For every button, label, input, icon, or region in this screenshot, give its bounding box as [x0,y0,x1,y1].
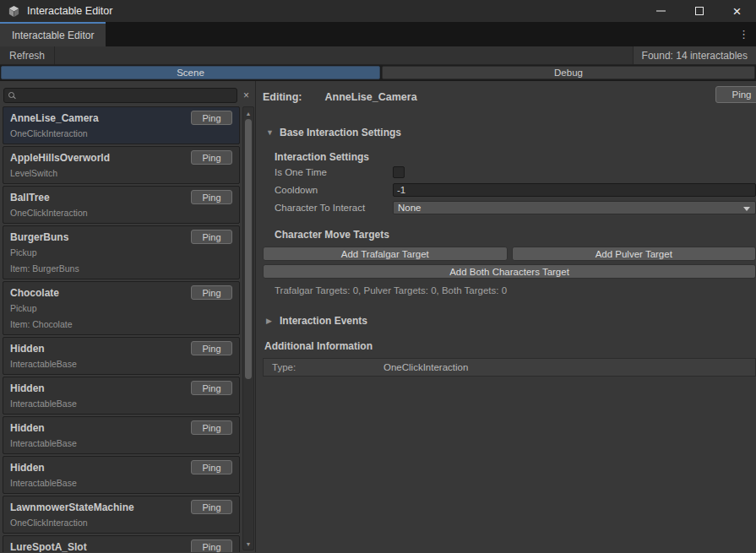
item-name: BurgerBuns [10,230,68,243]
editor-panel: Editing: AnneLise_Camera Ping ▼ Base Int… [255,81,756,552]
ping-button[interactable]: Ping [191,420,232,435]
editor-header: Editing: AnneLise_Camera [263,88,756,106]
item-type: InteractableBase [10,438,232,448]
item-type: OneClickInteraction [10,518,232,528]
scroll-thumb[interactable] [245,119,252,379]
list-item[interactable]: BurgerBuns Ping Pickup Item: BurgerBuns [3,225,240,279]
item-type: LevelSwitch [10,168,232,178]
foldout-interaction-events[interactable]: ▶ Interaction Events [266,315,756,327]
additional-information-header: Additional Information [264,340,756,352]
refresh-button[interactable]: Refresh [0,46,55,64]
list-item[interactable]: Chocolate Ping Pickup Item: Chocolate [3,281,240,335]
ping-button[interactable]: Ping [191,190,232,204]
item-type: InteractableBase [10,359,232,369]
scroll-up-icon[interactable]: ▲ [243,108,253,118]
item-name: AppleHillsOverworld [10,150,110,164]
dock-tab-label: Interactable Editor [12,30,94,41]
search-box [3,88,237,103]
minimize-icon [656,10,666,12]
item-name: Hidden [10,420,45,434]
kebab-menu-icon[interactable]: ⋮ [735,22,753,46]
tab-scene[interactable]: Scene [1,66,380,79]
window-controls: × [642,0,756,22]
list-item[interactable]: AppleHillsOverworld Ping LevelSwitch [3,146,240,184]
toolbar: Refresh Found: 14 interactables [0,46,756,65]
search-bar: × [3,87,253,103]
search-clear-button[interactable]: × [239,88,253,103]
dock-tab-interactable-editor[interactable]: Interactable Editor [0,22,106,46]
item-name: Hidden [10,381,45,394]
ping-button[interactable]: Ping [191,460,232,474]
target-buttons-row: Add Trafalgar Target Add Pulver Target [263,247,756,261]
is-one-time-row: Is One Time [275,164,756,181]
item-name: LawnmowerStateMachine [10,500,134,513]
list-item[interactable]: AnneLise_Camera Ping OneClickInteraction [3,106,240,144]
cooldown-row: Cooldown [275,182,756,198]
character-to-interact-row: Character To Interact None [275,199,756,216]
scroll-down-icon[interactable]: ▼ [243,539,253,549]
item-name: Hidden [10,460,45,474]
chevron-down-icon [743,207,750,211]
interactable-list: AnneLise_Camera Ping OneClickInteraction… [3,106,240,552]
list-item-header: AppleHillsOverworld Ping [10,150,232,165]
close-button[interactable]: × [718,0,756,22]
found-count: Found: 14 interactables [633,46,756,64]
list-item[interactable]: Hidden Ping InteractableBase [3,377,240,415]
interaction-events-header: Interaction Events [280,315,367,327]
cooldown-input[interactable] [393,183,756,197]
ping-button[interactable]: Ping [191,230,232,244]
left-panel: × AnneLise_Camera Ping OneClickInteracti… [0,81,255,552]
foldout-base-interaction-settings[interactable]: ▼ Base Interaction Settings [266,127,756,138]
item-name: AnneLise_Camera [10,111,99,124]
character-to-interact-label: Character To Interact [275,203,393,213]
add-both-characters-target-button[interactable]: Add Both Characters Target [263,264,756,279]
item-type: OneClickInteraction [10,128,232,138]
minimize-button[interactable] [642,0,680,22]
search-input[interactable] [18,89,237,102]
item-name: Chocolate [10,285,59,299]
list-item[interactable]: LureSpotA_Slot Ping [3,535,240,552]
toolbar-spacer [55,46,633,64]
list-item-header: AnneLise_Camera Ping [10,111,232,125]
list-item[interactable]: Hidden Ping InteractableBase [3,456,240,494]
item-type: Pickup [10,303,232,313]
is-one-time-checkbox[interactable] [393,166,405,178]
close-icon: × [733,4,742,19]
ping-button[interactable]: Ping [191,285,232,300]
ping-button[interactable]: Ping [191,111,232,125]
ping-button[interactable]: Ping [191,381,232,395]
list-item-header: LawnmowerStateMachine Ping [10,500,232,514]
item-name: LureSpotA_Slot [10,539,87,552]
item-type: InteractableBase [10,478,232,488]
list-item[interactable]: BallTree Ping OneClickInteraction [3,186,240,224]
list-item-header: BallTree Ping [10,190,232,204]
list-item[interactable]: LawnmowerStateMachine Ping OneClickInter… [3,496,240,534]
character-to-interact-dropdown[interactable]: None [393,201,756,214]
add-trafalgar-target-button[interactable]: Add Trafalgar Target [263,247,508,261]
list-item-header: LureSpotA_Slot Ping [10,539,232,552]
list-item-header: Hidden Ping [10,460,232,474]
interaction-settings-header: Interaction Settings [275,151,756,163]
list-item-header: BurgerBuns Ping [10,230,232,244]
item-detail: Item: BurgerBuns [10,263,232,274]
editor-ping-button[interactable]: Ping [715,86,756,103]
mode-tabs: Scene Debug [0,65,756,81]
add-pulver-target-button[interactable]: Add Pulver Target [512,247,756,261]
tab-debug[interactable]: Debug [382,66,755,79]
list-item[interactable]: Hidden Ping InteractableBase [3,337,240,375]
type-row: Type: OneClickInteraction [263,358,756,377]
ping-button[interactable]: Ping [191,150,232,165]
ping-button[interactable]: Ping [191,539,232,552]
content: × AnneLise_Camera Ping OneClickInteracti… [0,81,756,552]
search-icon [8,92,14,98]
maximize-icon [695,7,704,15]
maximize-button[interactable] [680,0,718,22]
list-item-header: Chocolate Ping [10,285,232,300]
list-item[interactable]: Hidden Ping InteractableBase [3,416,240,454]
ping-button[interactable]: Ping [191,500,232,514]
titlebar: Interactable Editor × [0,0,756,22]
ping-button[interactable]: Ping [191,341,232,355]
foldout-closed-icon: ▶ [266,317,274,325]
item-type: Pickup [10,247,232,258]
list-scrollbar[interactable]: ▲ ▼ [242,106,254,550]
